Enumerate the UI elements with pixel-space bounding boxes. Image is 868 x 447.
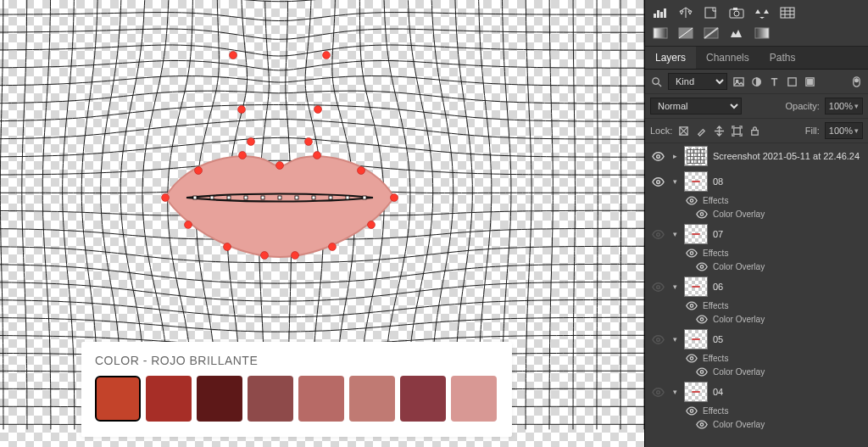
effect-name: Color Overlay bbox=[713, 262, 765, 271]
histogram-icon[interactable] bbox=[652, 5, 669, 20]
opacity-input[interactable]: 100% ▾ bbox=[825, 98, 863, 115]
svg-point-57 bbox=[690, 198, 693, 202]
tab-layers[interactable]: Layers bbox=[645, 47, 696, 69]
layer-row[interactable]: ▾07 bbox=[645, 221, 868, 247]
color-swatch[interactable] bbox=[349, 376, 395, 422]
filter-image-icon[interactable] bbox=[732, 75, 745, 88]
svg-point-4 bbox=[248, 138, 255, 146]
blend-mode-select[interactable]: Normal bbox=[650, 98, 742, 115]
layer-row[interactable]: ▸Screenshot 2021-05-11 at 22.46.24 bbox=[645, 143, 868, 169]
layer-name[interactable]: 04 bbox=[713, 387, 723, 397]
color-swatch[interactable] bbox=[146, 376, 192, 422]
svg-rect-32 bbox=[660, 12, 663, 18]
color-swatch[interactable] bbox=[95, 376, 141, 422]
svg-rect-44 bbox=[734, 77, 743, 85]
gradient-1-icon[interactable] bbox=[652, 25, 669, 41]
filter-toggle-icon[interactable] bbox=[850, 75, 863, 88]
layer-effects-row[interactable]: Effects bbox=[645, 352, 868, 366]
layer-effect-item[interactable]: Color Overlay bbox=[645, 208, 868, 221]
filter-shape-icon[interactable] bbox=[786, 75, 798, 88]
filter-type-icon[interactable] bbox=[768, 75, 781, 88]
layer-row[interactable]: ▾05 bbox=[645, 327, 868, 352]
disclosure-arrow[interactable]: ▾ bbox=[670, 335, 679, 344]
color-swatch[interactable] bbox=[451, 376, 497, 422]
lock-brush-icon[interactable] bbox=[695, 125, 708, 137]
layer-name[interactable]: 06 bbox=[713, 282, 723, 292]
tab-channels[interactable]: Channels bbox=[696, 47, 760, 69]
visibility-toggle[interactable] bbox=[686, 247, 698, 259]
disclosure-arrow[interactable]: ▾ bbox=[670, 177, 679, 186]
svg-point-0 bbox=[230, 52, 237, 59]
recycle-icon[interactable] bbox=[754, 5, 771, 20]
layer-thumbnail[interactable] bbox=[684, 171, 708, 192]
effects-label: Effects bbox=[703, 196, 728, 205]
disclosure-arrow[interactable]: ▾ bbox=[670, 282, 679, 291]
disclosure-arrow[interactable]: ▾ bbox=[670, 388, 679, 396]
layer-thumbnail[interactable] bbox=[684, 382, 708, 402]
levels-icon[interactable] bbox=[728, 25, 745, 41]
canvas[interactable]: COLOR - ROJO BRILLANTE bbox=[0, 0, 644, 447]
lock-transparent-icon[interactable] bbox=[677, 125, 690, 137]
color-swatch[interactable] bbox=[298, 376, 344, 422]
color-swatch[interactable] bbox=[248, 376, 293, 422]
visibility-toggle[interactable] bbox=[650, 332, 665, 347]
layer-thumbnail[interactable] bbox=[684, 146, 708, 166]
layer-effect-item[interactable]: Color Overlay bbox=[645, 366, 868, 379]
visibility-toggle[interactable] bbox=[696, 313, 708, 325]
svg-rect-28 bbox=[346, 196, 349, 199]
effect-name: Color Overlay bbox=[713, 210, 765, 219]
layer-name[interactable]: 05 bbox=[713, 334, 723, 344]
visibility-toggle[interactable] bbox=[650, 279, 665, 294]
lock-move-icon[interactable] bbox=[713, 125, 726, 137]
layer-row[interactable]: ▾06 bbox=[645, 274, 868, 299]
visibility-toggle[interactable] bbox=[650, 174, 665, 189]
layer-effects-row[interactable]: Effects bbox=[645, 299, 868, 313]
fill-input[interactable]: 100% ▾ bbox=[825, 122, 863, 139]
svg-rect-27 bbox=[329, 196, 332, 199]
disclosure-arrow[interactable]: ▾ bbox=[670, 230, 679, 238]
gradient-2-icon[interactable] bbox=[677, 25, 694, 41]
camera-icon[interactable] bbox=[728, 5, 745, 20]
layer-row[interactable]: ▾08 bbox=[645, 169, 868, 194]
visibility-toggle[interactable] bbox=[696, 366, 708, 377]
disclosure-arrow[interactable]: ▸ bbox=[670, 152, 679, 160]
layer-effect-item[interactable]: Color Overlay bbox=[645, 260, 868, 274]
visibility-toggle[interactable] bbox=[650, 226, 665, 242]
layer-effects-row[interactable]: Effects bbox=[645, 405, 868, 418]
lock-all-icon[interactable] bbox=[748, 125, 761, 137]
layer-row[interactable]: ▾04 bbox=[645, 379, 868, 405]
svg-point-15 bbox=[261, 252, 269, 260]
filter-adjust-icon[interactable] bbox=[750, 75, 763, 88]
visibility-toggle[interactable] bbox=[650, 384, 665, 400]
layer-name[interactable]: Screenshot 2021-05-11 at 22.46.24 bbox=[713, 151, 860, 161]
layer-effect-item[interactable]: Color Overlay bbox=[645, 418, 868, 432]
layer-thumbnail[interactable] bbox=[684, 329, 708, 349]
layer-thumbnail[interactable] bbox=[684, 224, 708, 244]
svg-point-9 bbox=[239, 152, 247, 159]
color-swatch[interactable] bbox=[400, 376, 446, 422]
layer-thumbnail[interactable] bbox=[684, 277, 708, 297]
layer-name[interactable]: 08 bbox=[713, 176, 723, 187]
layer-name[interactable]: 07 bbox=[713, 229, 723, 239]
grid-icon[interactable] bbox=[779, 5, 796, 20]
gradient-3-icon[interactable] bbox=[703, 25, 720, 41]
visibility-toggle[interactable] bbox=[696, 260, 708, 272]
layer-effect-item[interactable]: Color Overlay bbox=[645, 313, 868, 327]
filter-smart-icon[interactable] bbox=[804, 75, 816, 88]
visibility-toggle[interactable] bbox=[696, 208, 708, 220]
visibility-toggle[interactable] bbox=[696, 418, 708, 430]
visibility-toggle[interactable] bbox=[686, 194, 698, 206]
layer-effects-row[interactable]: Effects bbox=[645, 194, 868, 208]
visibility-toggle[interactable] bbox=[686, 299, 698, 311]
color-swatch[interactable] bbox=[197, 376, 242, 422]
note-icon[interactable] bbox=[703, 5, 720, 20]
layer-effects-row[interactable]: Effects bbox=[645, 247, 868, 260]
balance-icon[interactable] bbox=[677, 5, 694, 20]
visibility-toggle[interactable] bbox=[686, 352, 698, 364]
tab-paths[interactable]: Paths bbox=[760, 47, 806, 69]
lock-artboard-icon[interactable] bbox=[731, 125, 743, 137]
filter-kind-select[interactable]: Kind bbox=[668, 73, 727, 90]
visibility-toggle[interactable] bbox=[650, 148, 665, 164]
visibility-toggle[interactable] bbox=[686, 405, 698, 416]
gradient-4-icon[interactable] bbox=[754, 25, 771, 41]
